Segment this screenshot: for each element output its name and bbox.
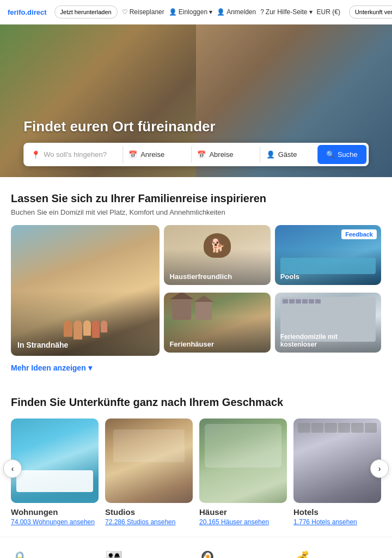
hotels-count[interactable]: 1.776 Hotels ansehen: [293, 518, 381, 526]
feature-privacy: 🍳 Die gleiche Privatsphäre wie zu Hause …: [199, 550, 287, 558]
calendar-checkin-icon: 📅: [128, 150, 137, 159]
category-grid: In Strandnähe 🐕 Haustierfreundlich Feedb…: [11, 225, 381, 356]
studios-count[interactable]: 72.286 Studios ansehen: [105, 518, 193, 526]
search-icon: 🔍: [326, 150, 335, 159]
category-houses-label: Ferienhäuser: [164, 336, 270, 353]
feature-easy: 🔒 Einfach sorglos Mit unserer Mit-Vertra…: [11, 550, 99, 558]
category-beach-label: In Strandnähe: [11, 334, 160, 356]
destination-placeholder: Wo soll's hingehen?: [44, 150, 107, 159]
apartments-image: [11, 418, 99, 503]
carousel-next-button[interactable]: ›: [370, 459, 389, 478]
inspiration-section: Lassen Sie sich zu Ihrer Familienreise i…: [0, 177, 392, 381]
easy-icon: 🔒: [11, 550, 99, 558]
hero-title: Findet euren Ort füreinander: [23, 118, 369, 135]
category-pools[interactable]: Feedback Pools: [275, 225, 381, 285]
value-icon: 💰: [293, 550, 381, 558]
guests-icon: 👤: [266, 150, 275, 159]
destination-field[interactable]: 📍 Wo soll's hingehen?: [26, 146, 123, 163]
category-beach[interactable]: In Strandnähe: [11, 225, 160, 356]
feature-value: 💰 Mehr Urlaub für weniger Geld Mehr Plat…: [293, 550, 381, 558]
planner-link[interactable]: ♡ Reiseplaner: [122, 8, 164, 16]
property-houses[interactable]: Häuser 20.165 Häuser ansehen: [199, 418, 287, 526]
help-icon: ?: [260, 8, 264, 16]
hotels-image: [293, 418, 381, 503]
category-pools-badge: Feedback: [341, 229, 377, 239]
property-hotels[interactable]: Hotels 1.776 Hotels ansehen: [293, 418, 381, 526]
feature-moments: 👨‍👩‍👧‍👦 Mehr gemeinsame Momente Von der …: [105, 550, 193, 558]
login-link[interactable]: 👤 Einloggen ▾: [169, 8, 212, 16]
help-link[interactable]: ? Zur Hilfe-Seite ▾: [260, 8, 312, 16]
calendar-checkout-icon: 📅: [197, 150, 206, 159]
more-ideas-link[interactable]: Mehr Ideen anzeigen ▾: [11, 363, 381, 372]
apartments-type: Wohnungen: [11, 507, 99, 517]
studios-type: Studios: [105, 507, 193, 517]
category-pets[interactable]: 🐕 Haustierfreundlich: [164, 225, 270, 285]
house-shapes: [172, 298, 212, 320]
properties-title: Finden Sie Unterkünfte ganz nach Ihrem G…: [11, 396, 381, 409]
brand-logo[interactable]: ferifo.direct: [8, 8, 47, 16]
category-pools-label: Pools: [275, 268, 381, 285]
inspiration-title: Lassen Sie sich zu Ihrer Familienreise i…: [11, 192, 381, 205]
guests-field[interactable]: 👤 Gäste: [261, 146, 317, 163]
search-bar: 📍 Wo soll's hingehen? 📅 Anreise 📅 Abreis…: [23, 143, 369, 166]
hero-content: Findet euren Ort füreinander 📍 Wo soll's…: [23, 118, 369, 166]
hero-section: Findet euren Ort füreinander 📍 Wo soll's…: [0, 25, 392, 177]
chevron-down-icon-help: ▾: [309, 8, 313, 16]
person-icon: 👤: [169, 8, 177, 16]
apartments-count[interactable]: 74.003 Wohnungen ansehen: [11, 518, 99, 526]
dog-shape: 🐕: [204, 233, 231, 258]
properties-section: Finden Sie Unterkünfte ganz nach Ihrem G…: [0, 381, 392, 537]
person-add-icon: 👤: [217, 8, 225, 16]
checkout-label: Abreise: [209, 150, 233, 159]
more-ideas-label: Mehr Ideen anzeigen: [11, 363, 86, 372]
properties-carousel: Wohnungen 74.003 Wohnungen ansehen Studi…: [11, 418, 381, 526]
heart-icon: ♡: [122, 8, 128, 16]
category-villas[interactable]: Feriendomizile mit kostenloser: [275, 293, 381, 353]
houses-image: [199, 418, 287, 503]
navbar: ferifo.direct Jetzt herunterladen ♡ Reis…: [0, 0, 392, 25]
host-button[interactable]: Unterkunft vermieten: [349, 5, 392, 19]
location-icon: 📍: [31, 150, 40, 159]
category-villas-label: Feriendomizile mit kostenloser: [275, 329, 381, 353]
currency-selector[interactable]: EUR (€): [317, 8, 340, 16]
studios-image: [105, 418, 193, 503]
guests-label: Gäste: [278, 150, 297, 159]
property-apartments[interactable]: Wohnungen 74.003 Wohnungen ansehen: [11, 418, 99, 526]
category-pets-label: Haustierfreundlich: [164, 268, 270, 285]
houses-count[interactable]: 20.165 Häuser ansehen: [199, 518, 287, 526]
moments-icon: 👨‍👩‍👧‍👦: [105, 550, 193, 558]
property-studios[interactable]: Studios 72.286 Studios ansehen: [105, 418, 193, 526]
houses-type: Häuser: [199, 507, 287, 517]
chevron-down-icon: ▾: [209, 8, 212, 16]
features-section: 🔒 Einfach sorglos Mit unserer Mit-Vertra…: [0, 537, 392, 558]
search-label: Suche: [338, 150, 358, 159]
chevron-down-more-icon: ▾: [88, 363, 92, 372]
register-link[interactable]: 👤 Anmelden: [217, 8, 256, 16]
search-button[interactable]: 🔍 Suche: [317, 145, 366, 164]
hotels-type: Hotels: [293, 507, 381, 517]
inspiration-subtitle: Buchen Sie ein Domizil mit viel Platz, K…: [11, 208, 381, 216]
checkin-label: Anreise: [140, 150, 164, 159]
properties-wrapper: ‹ Wohnungen 74.003 Wohnungen ansehen Stu…: [11, 418, 381, 526]
category-houses[interactable]: Ferienhäuser: [164, 293, 270, 353]
checkout-field[interactable]: 📅 Abreise: [192, 146, 260, 163]
download-button[interactable]: Jetzt herunterladen: [54, 5, 118, 19]
carousel-prev-button[interactable]: ‹: [3, 459, 22, 478]
checkin-field[interactable]: 📅 Anreise: [123, 146, 192, 163]
privacy-icon: 🍳: [199, 550, 287, 558]
